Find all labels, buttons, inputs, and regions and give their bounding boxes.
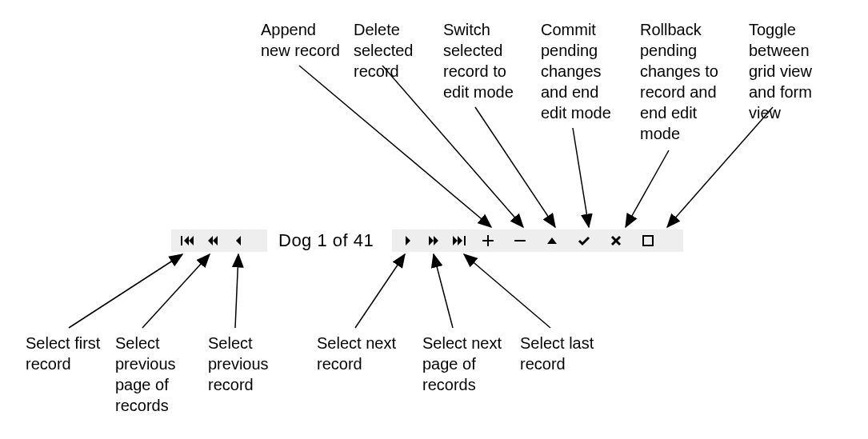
svg-rect-11: [464, 236, 466, 245]
navigator-left-group: [174, 229, 251, 252]
svg-line-27: [142, 254, 210, 328]
first-record-icon: [181, 235, 194, 246]
minus-icon: [514, 235, 526, 246]
edit-icon: [546, 236, 558, 245]
label-edit: Switch selected record to edit mode: [443, 19, 523, 102]
plus-icon: [482, 235, 494, 246]
delete-record-button[interactable]: [504, 229, 536, 252]
prev-page-button[interactable]: [200, 229, 226, 252]
next-page-button[interactable]: [421, 229, 446, 252]
svg-marker-10: [458, 236, 462, 245]
svg-marker-7: [429, 236, 434, 245]
label-toggle: Toggle between grid view and form view: [749, 19, 837, 123]
svg-line-29: [355, 254, 405, 328]
label-append: Append new record: [261, 19, 345, 61]
label-last: Select last record: [520, 333, 600, 374]
label-first: Select first record: [26, 333, 106, 374]
append-record-button[interactable]: [472, 229, 504, 252]
svg-line-26: [69, 254, 182, 328]
rollback-button[interactable]: [600, 229, 632, 252]
svg-marker-8: [434, 236, 438, 245]
prev-record-button[interactable]: [226, 229, 251, 252]
svg-marker-1: [184, 236, 189, 245]
last-record-icon: [453, 235, 466, 246]
label-next: Select next record: [317, 333, 405, 374]
svg-line-24: [626, 150, 669, 227]
svg-rect-0: [181, 236, 182, 245]
check-icon: [578, 235, 590, 246]
commit-button[interactable]: [568, 229, 600, 252]
svg-rect-14: [514, 240, 526, 241]
svg-rect-18: [643, 236, 653, 245]
label-next-page: Select next page of records: [422, 333, 510, 395]
svg-marker-5: [236, 236, 241, 245]
prev-record-icon: [234, 235, 242, 246]
svg-line-23: [573, 128, 589, 227]
navigator-right-group: [395, 229, 664, 252]
svg-marker-9: [453, 236, 458, 245]
svg-rect-13: [482, 240, 494, 241]
navigator-status: Dog 1 of 41: [278, 229, 374, 252]
square-icon: [642, 235, 654, 246]
svg-line-28: [235, 254, 238, 328]
label-commit: Commit pending changes and end edit mode: [541, 19, 621, 123]
svg-marker-15: [547, 237, 557, 244]
label-prev: Select previous record: [208, 333, 280, 395]
x-icon: [610, 235, 622, 246]
label-rollback: Rollback pending changes to record and e…: [640, 19, 728, 144]
diagram-canvas: Append new record Delete selected record…: [0, 0, 868, 439]
svg-line-30: [434, 254, 453, 328]
svg-marker-3: [208, 236, 213, 245]
last-record-button[interactable]: [446, 229, 472, 252]
first-record-button[interactable]: [174, 229, 200, 252]
svg-line-31: [464, 254, 550, 328]
prev-page-icon: [207, 235, 218, 246]
svg-marker-4: [213, 236, 218, 245]
svg-marker-6: [406, 236, 410, 245]
next-page-icon: [428, 235, 439, 246]
toggle-view-button[interactable]: [632, 229, 664, 252]
next-record-button[interactable]: [395, 229, 421, 252]
svg-line-22: [475, 107, 555, 227]
svg-marker-2: [189, 236, 194, 245]
label-prev-page: Select previous page of records: [115, 333, 187, 416]
edit-record-button[interactable]: [536, 229, 568, 252]
label-delete: Delete selected record: [354, 19, 426, 82]
next-record-icon: [404, 235, 412, 246]
